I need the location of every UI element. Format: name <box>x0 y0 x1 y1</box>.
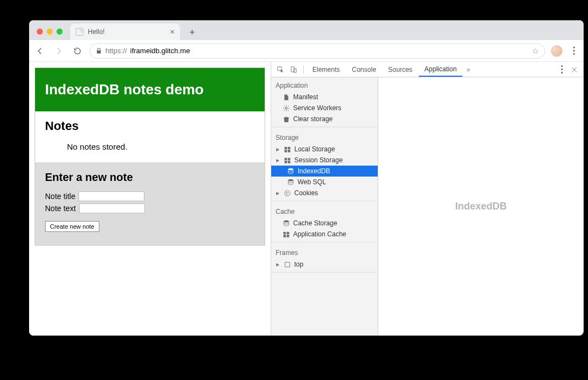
svg-rect-20 <box>287 232 289 234</box>
back-button[interactable] <box>33 44 47 58</box>
svg-rect-21 <box>283 235 285 237</box>
sidebar-item-label: Session Storage <box>294 156 343 164</box>
new-tab-button[interactable]: + <box>184 25 200 40</box>
browser-tab[interactable]: Hello! × <box>70 24 180 40</box>
note-title-label: Note title <box>45 192 75 201</box>
devtools-tabbar: Elements Console Sources Application » <box>271 62 584 77</box>
profile-avatar[interactable] <box>551 45 563 57</box>
svg-point-18 <box>284 220 289 222</box>
close-devtools-icon[interactable] <box>568 64 580 76</box>
sidebar-item-clear-storage[interactable]: Clear storage <box>271 114 378 124</box>
file-icon <box>282 93 290 101</box>
devtools-menu-icon[interactable] <box>557 65 566 73</box>
svg-rect-22 <box>287 235 289 237</box>
svg-rect-7 <box>288 150 290 152</box>
sidebar-group-title: Frames <box>271 245 378 259</box>
svg-rect-8 <box>284 158 287 160</box>
sidebar-item-manifest[interactable]: Manifest <box>271 92 378 103</box>
close-window-icon[interactable] <box>37 29 43 35</box>
sidebar-item-local-storage[interactable]: ▸Local Storage <box>271 144 378 155</box>
sidebar-item-cookies[interactable]: ▸Cookies <box>271 188 378 198</box>
sidebar-item-cache-storage[interactable]: Cache Storage <box>271 218 378 229</box>
note-text-label: Note text <box>45 204 76 213</box>
browser-window: Hello! × + https://iframeidb.glitch.me ☆… <box>29 20 584 336</box>
svg-point-17 <box>286 194 287 194</box>
svg-rect-4 <box>284 147 287 149</box>
empty-message: No notes stored. <box>45 139 255 155</box>
file-icon <box>76 28 83 36</box>
sidebar-item-session-storage[interactable]: ▸Session Storage <box>271 155 378 166</box>
app-card: IndexedDB notes demo Notes No notes stor… <box>35 67 265 246</box>
tab-sources[interactable]: Sources <box>383 62 418 77</box>
note-title-input[interactable] <box>79 191 144 201</box>
db-icon <box>282 219 290 227</box>
divider <box>271 242 378 242</box>
bookmark-icon[interactable]: ☆ <box>532 47 539 55</box>
svg-point-14 <box>284 190 290 196</box>
inspect-icon[interactable] <box>275 64 287 76</box>
sidebar-item-label: top <box>294 260 304 268</box>
page-title: IndexedDB notes demo <box>35 68 265 111</box>
sidebar-item-label: Web SQL <box>298 178 326 186</box>
sidebar-item-service-workers[interactable]: Service Workers <box>271 103 378 114</box>
more-tabs-icon[interactable]: » <box>463 66 474 73</box>
chevron-right-icon: ▸ <box>276 145 280 153</box>
devtools-panel: Elements Console Sources Application » A… <box>271 62 584 336</box>
tab-application[interactable]: Application <box>419 62 462 77</box>
chevron-right-icon: ▸ <box>276 189 280 197</box>
divider <box>271 272 378 273</box>
browser-menu-button[interactable] <box>568 47 579 55</box>
webpage: IndexedDB notes demo Notes No notes stor… <box>29 62 271 336</box>
tab-strip: Hello! × + <box>29 20 584 40</box>
svg-rect-10 <box>284 161 287 163</box>
chevron-right-icon: ▸ <box>276 156 280 164</box>
create-note-button[interactable]: Create new note <box>45 221 99 232</box>
lock-icon <box>96 48 102 54</box>
application-sidebar: ApplicationManifestService WorkersClear … <box>271 77 378 336</box>
address-bar[interactable]: https://iframeidb.glitch.me ☆ <box>89 43 545 59</box>
notes-heading: Notes <box>45 119 255 133</box>
zoom-window-icon[interactable] <box>57 29 63 35</box>
tab-console[interactable]: Console <box>346 62 382 77</box>
grid-icon <box>283 156 291 164</box>
url-protocol: https:// <box>105 47 127 55</box>
sidebar-item-indexeddb[interactable]: IndexedDB <box>271 166 378 177</box>
grid-icon <box>282 230 290 238</box>
sidebar-item-label: Cache Storage <box>293 219 337 227</box>
divider <box>271 201 378 201</box>
sidebar-item-label: Local Storage <box>294 145 335 153</box>
chevron-right-icon: ▸ <box>276 260 280 268</box>
gear-icon <box>282 104 290 112</box>
window-controls <box>33 29 66 40</box>
sidebar-group-title: Cache <box>271 203 378 218</box>
sidebar-item-label: IndexedDB <box>298 167 330 175</box>
sidebar-item-top[interactable]: ▸top <box>271 259 378 270</box>
svg-point-15 <box>286 192 287 192</box>
trash-icon <box>282 115 290 123</box>
db-icon <box>287 178 294 186</box>
tab-elements[interactable]: Elements <box>307 62 345 77</box>
sidebar-item-label: Service Workers <box>293 104 341 112</box>
svg-rect-5 <box>288 147 290 149</box>
divider <box>271 127 378 127</box>
sidebar-item-web-sql[interactable]: Web SQL <box>271 177 378 188</box>
forward-button[interactable] <box>52 44 65 58</box>
svg-point-3 <box>285 107 287 109</box>
sidebar-item-label: Manifest <box>293 93 318 101</box>
toolbar: https://iframeidb.glitch.me ☆ <box>29 40 584 62</box>
close-tab-icon[interactable]: × <box>170 27 175 36</box>
note-text-input[interactable] <box>79 203 145 213</box>
device-toggle-icon[interactable] <box>288 64 300 76</box>
notes-section: Notes No notes stored. <box>35 111 265 162</box>
svg-point-12 <box>288 168 293 170</box>
svg-rect-9 <box>288 158 290 160</box>
reload-button[interactable] <box>71 44 84 58</box>
sidebar-item-label: Application Cache <box>293 230 346 238</box>
db-icon <box>287 167 294 175</box>
sidebar-item-application-cache[interactable]: Application Cache <box>271 229 378 240</box>
form-heading: Enter a new note <box>45 171 255 184</box>
svg-point-16 <box>287 192 288 193</box>
minimize-window-icon[interactable] <box>47 29 53 35</box>
cookie-icon <box>283 189 291 197</box>
svg-rect-23 <box>285 262 290 267</box>
